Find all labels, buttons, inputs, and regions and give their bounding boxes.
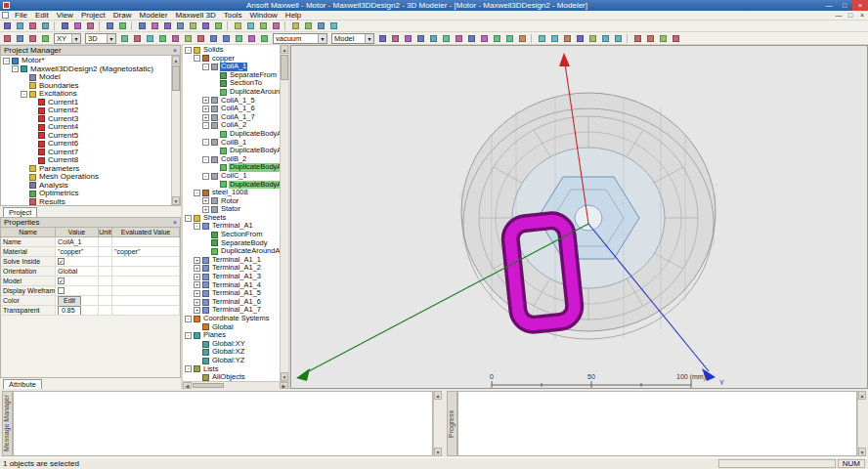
menu-view[interactable]: View (53, 11, 77, 21)
paste-icon[interactable] (84, 21, 97, 32)
scroll-down-icon[interactable]: ▼ (858, 448, 866, 456)
edit-button[interactable]: Edit (58, 296, 81, 306)
move-mode-icon[interactable] (14, 32, 26, 44)
optimetrics-setup-icon[interactable] (599, 32, 612, 44)
property-row-material[interactable]: Material"copper""copper" (1, 247, 180, 257)
pan-icon[interactable] (136, 21, 149, 32)
menu-draw[interactable]: Draw (109, 11, 136, 21)
mirror-duplicate-icon[interactable] (453, 32, 465, 44)
tree-item-solids[interactable]: -Solids (183, 46, 280, 55)
close-icon[interactable]: × (173, 46, 177, 55)
expand-icon[interactable]: + (194, 257, 200, 264)
tree-item-sheets[interactable]: -Sheets (183, 214, 280, 223)
tree-item-sectionfrom[interactable]: SectionFrom (183, 231, 280, 239)
scroll-track[interactable] (858, 400, 866, 448)
property-row-color[interactable]: ColorEdit (1, 296, 180, 306)
tree-item-duplicatebodyaroundaxi[interactable]: DuplicateBodyAroundAxi (183, 130, 280, 139)
scroll-track[interactable] (172, 92, 180, 196)
maximize-button[interactable]: □ (837, 0, 852, 11)
message-manager-content[interactable] (13, 391, 433, 456)
collapse-icon[interactable]: - (194, 223, 200, 230)
property-row-transparent[interactable]: Transparent0.85 (1, 306, 180, 316)
menu-maxwell-3d[interactable]: Maxwell 3D (171, 11, 219, 21)
rotate-view-icon[interactable] (149, 21, 161, 32)
message-manager-scrollbar[interactable]: ▲ ▼ (433, 391, 442, 456)
menu-tools[interactable]: Tools (220, 11, 246, 21)
collapse-icon[interactable]: - (12, 65, 19, 72)
tree-item-terminal-a1-2[interactable]: +Terminal_A1_2 (183, 264, 280, 273)
scroll-track[interactable] (281, 81, 288, 372)
collapse-icon[interactable]: - (185, 215, 192, 222)
menu-help[interactable]: Help (282, 11, 305, 21)
tree-item-current4[interactable]: Current4 (1, 123, 171, 132)
tree-item-duplicatebodyaroundaxi[interactable]: DuplicateBodyAroundAxi (183, 147, 280, 155)
tree-item-duplicatebodyaroundaxi[interactable]: DuplicateBodyAroundAxi (183, 181, 280, 190)
message-manager-label[interactable]: Message Manager (2, 391, 13, 456)
tree-item-steel-1008[interactable]: -steel_1008 (183, 189, 280, 197)
scroll-track[interactable] (434, 400, 442, 448)
collapse-icon[interactable]: - (202, 139, 209, 146)
draw-cylinder-icon[interactable] (207, 32, 220, 44)
tree-item-analysis[interactable]: Analysis (1, 182, 171, 191)
menu-window[interactable]: Window (245, 11, 281, 21)
collapse-icon[interactable]: - (202, 122, 209, 129)
progress-scrollbar[interactable]: ▲ ▼ (857, 391, 866, 456)
motor-model[interactable] (461, 93, 716, 339)
menu-modeler[interactable]: Modeler (135, 11, 171, 21)
collapse-icon[interactable]: - (21, 91, 27, 98)
tree-item-current7[interactable]: Current7 (1, 149, 171, 157)
print-icon[interactable] (39, 21, 52, 32)
tree-item-terminal-a1-3[interactable]: +Terminal_A1_3 (183, 273, 280, 281)
tree-item-coilb-1[interactable]: -CoilB_1 (183, 139, 280, 148)
progress-content[interactable] (457, 391, 857, 456)
property-row-solve-inside[interactable]: Solve Inside✓ (1, 257, 180, 267)
split-icon[interactable] (414, 32, 427, 44)
scroll-down-icon[interactable]: ▼ (281, 372, 288, 381)
shaft[interactable] (575, 205, 602, 231)
menu-file[interactable]: File (11, 11, 31, 21)
expand-icon[interactable]: + (202, 97, 209, 104)
property-row-orientation[interactable]: OrientationGlobal (1, 267, 180, 277)
unite-icon[interactable] (376, 32, 389, 44)
scroll-thumb[interactable] (281, 55, 288, 80)
collapse-icon[interactable]: - (185, 316, 192, 322)
tree-item-coilc-1[interactable]: -CoilC_1 (183, 172, 280, 181)
tree-item-parameters[interactable]: Parameters (1, 165, 171, 174)
tree-item-coila-1-6[interactable]: +CoilA_1_6 (183, 105, 280, 113)
menu-project[interactable]: Project (77, 11, 109, 21)
tree-item-global-xz[interactable]: Global:XZ (183, 348, 280, 357)
close-button[interactable]: × (852, 0, 868, 11)
model-tree-vscrollbar[interactable]: ▲ ▼ (280, 45, 288, 381)
scroll-up-icon[interactable]: ▲ (434, 391, 442, 400)
project-tree-scrollbar[interactable]: ▲ ▼ (171, 56, 180, 205)
expand-icon[interactable]: + (194, 299, 200, 306)
scroll-up-icon[interactable]: ▲ (172, 56, 180, 64)
scroll-left-icon[interactable]: ◀ (183, 382, 192, 389)
scroll-up-icon[interactable]: ▲ (858, 391, 866, 400)
draw-arc-icon[interactable] (144, 32, 156, 44)
select-mode-icon[interactable] (1, 32, 14, 44)
expand-icon[interactable]: + (202, 106, 209, 112)
tree-item-coila-1-7[interactable]: +CoilA_1_7 (183, 113, 280, 122)
fit-selection-icon[interactable] (212, 21, 225, 32)
fit-all-icon[interactable] (199, 21, 212, 32)
relative-cs-icon[interactable] (644, 32, 657, 44)
draw-ellipse-icon[interactable] (169, 32, 182, 44)
tree-item-terminal-a1[interactable]: -Terminal_A1 (183, 222, 280, 231)
zoom-window-icon[interactable] (187, 21, 199, 32)
tree-item-results[interactable]: Results (1, 198, 171, 206)
tree-item-model[interactable]: Model (1, 73, 171, 82)
tree-item-duplicatearoundaxis[interactable]: DuplicateAroundAxis (183, 88, 280, 97)
draw-torus-icon[interactable] (233, 32, 245, 44)
help-icon[interactable] (327, 21, 340, 32)
drawing-plane-combo[interactable]: XY ▾ (54, 33, 81, 44)
scroll-down-icon[interactable]: ▼ (172, 196, 180, 205)
open-icon[interactable] (14, 21, 26, 32)
draw-circle-icon[interactable] (182, 32, 195, 44)
draw-spline-icon[interactable] (131, 32, 144, 44)
tree-item-current8[interactable]: Current8 (1, 156, 171, 165)
draw-polyhedron-icon[interactable] (258, 32, 271, 44)
section-icon[interactable] (503, 32, 516, 44)
solutions-icon[interactable] (561, 32, 574, 44)
tree-item-copper[interactable]: -copper (183, 55, 280, 64)
